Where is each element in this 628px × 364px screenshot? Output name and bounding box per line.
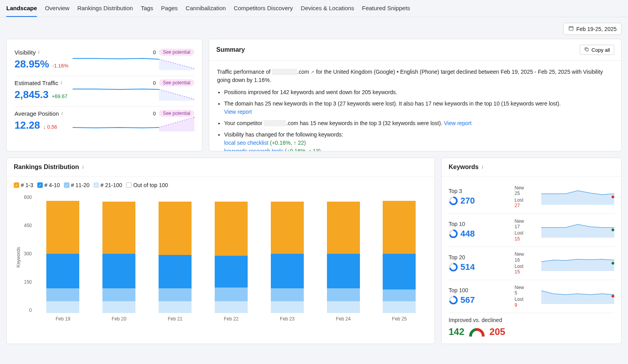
rankings-chart: Keywords 6004503001500 Feb 19Feb 20Feb 2… [7, 191, 434, 324]
tab-landscape[interactable]: Landscape [6, 0, 37, 17]
bar[interactable] [102, 202, 135, 313]
date-range-picker[interactable]: Feb 19-25, 2025 [563, 23, 622, 35]
summary-bullet: The domain has 25 new keywords in the to… [224, 100, 613, 116]
tab-overview[interactable]: Overview [45, 0, 69, 17]
bar[interactable] [215, 202, 248, 313]
legend-11-20[interactable]: ✓# 11-20 [64, 182, 89, 188]
redacted-domain: xxxxxxxx [272, 69, 297, 75]
bar[interactable] [159, 202, 192, 313]
position-sparkline [73, 116, 194, 131]
kw-count: 270 [460, 196, 475, 206]
calendar-icon [568, 25, 574, 32]
info-icon[interactable]: i [38, 49, 40, 55]
metric-value: 2,845.3 [15, 89, 49, 101]
kw-count: 448 [460, 229, 475, 239]
info-icon[interactable]: i [61, 110, 63, 116]
metric-label: Visibility [15, 49, 36, 56]
info-icon[interactable]: i [60, 80, 62, 86]
kw-new-lost: New25 Lost27 [515, 185, 538, 209]
keyword-row[interactable]: Top 100 567 New5 Lost9 [449, 280, 614, 313]
tab-pages[interactable]: Pages [161, 0, 178, 17]
tab-snippets[interactable]: Featured Snippets [362, 0, 410, 17]
summary-title: Summary [216, 46, 245, 53]
metric-label: Estimated Traffic [15, 80, 58, 86]
y-axis: 6004503001500 [16, 195, 32, 313]
kw-title: Top 100 [449, 287, 511, 293]
kw-sparkline [541, 189, 614, 205]
date-range-text: Feb 19-25, 2025 [576, 26, 617, 32]
summary-body[interactable]: Traffic performance of xxxxxxxx.com ↗ fo… [209, 61, 621, 151]
visibility-sparkline [73, 55, 194, 70]
x-axis: Feb 19Feb 20Feb 21Feb 22Feb 23Feb 24Feb … [35, 316, 427, 322]
improved-vs-declined: Improved vs. declined 142 205 [449, 313, 614, 337]
kw-title: Top 20 [449, 254, 511, 260]
summary-bullet: Positions improved for 142 keywords and … [224, 88, 613, 96]
chart-legend: ✓# 1-3 ✓# 4-10 ✓# 11-20 ✓# 21-100 Out of… [7, 177, 434, 191]
svg-rect-2 [586, 48, 588, 51]
keyword-row[interactable]: Top 3 270 New25 Lost27 [449, 180, 614, 214]
metric-delta: -1.16% [52, 63, 68, 69]
bar[interactable] [271, 202, 304, 313]
donut-icon [449, 229, 458, 238]
bar[interactable] [46, 201, 79, 313]
kw-title: Top 10 [449, 221, 511, 227]
copy-icon [584, 47, 589, 53]
keyword-row[interactable]: Top 10 448 New17 Lost15 [449, 214, 614, 247]
tab-cannibalization[interactable]: Cannibalization [186, 0, 226, 17]
keywords-title: Keywords [449, 164, 478, 171]
legend-out[interactable]: Out of top 100 [126, 182, 168, 188]
rankings-distribution-card: Rankings Distribution i ✓# 1-3 ✓# 4-10 ✓… [6, 158, 435, 344]
kw-new-lost: New16 Lost15 [515, 251, 538, 275]
tab-devices[interactable]: Devices & Locations [301, 0, 354, 17]
improved-count: 142 [449, 326, 464, 337]
imp-title: Improved vs. declined [449, 317, 614, 323]
metric-visibility: Visibility i 0 See potential 28.95% -1.1… [15, 46, 194, 76]
declined-count: 205 [489, 326, 505, 337]
bar[interactable] [383, 201, 416, 313]
info-icon[interactable]: i [82, 164, 84, 170]
view-report-link[interactable]: View report [224, 109, 252, 115]
rankings-title: Rankings Distribution [14, 164, 79, 171]
tab-tags[interactable]: Tags [141, 0, 153, 17]
keyword-link[interactable]: keywords research tools [224, 148, 283, 151]
keyword-link[interactable]: local seo checklist [224, 140, 268, 146]
tab-competitors[interactable]: Competitors Discovery [234, 0, 293, 17]
svg-rect-0 [569, 27, 573, 30]
donut-icon [449, 196, 458, 206]
nav-tabs: Landscape Overview Rankings Distribution… [0, 0, 628, 17]
traffic-sparkline [73, 85, 194, 101]
metric-value: 12.28 [15, 119, 40, 131]
summary-bullet: Visibility has changed for the following… [224, 131, 613, 151]
metric-delta: ↓ 0.56 [43, 124, 57, 130]
kw-new-lost: New17 Lost15 [515, 218, 538, 242]
kw-sparkline [541, 288, 614, 304]
legend-1-3[interactable]: ✓# 1-3 [14, 182, 33, 188]
copy-all-button[interactable]: Copy all [580, 45, 614, 55]
external-link-icon[interactable]: ↗ [310, 69, 314, 76]
legend-4-10[interactable]: ✓# 4-10 [37, 182, 60, 188]
tab-rankings-distribution[interactable]: Rankings Distribution [77, 0, 133, 17]
metric-delta: +69.67 [52, 93, 68, 99]
gauge-icon [469, 327, 485, 337]
redacted-competitor: xxxxxxx [264, 120, 286, 126]
kw-sparkline [541, 255, 614, 271]
legend-21-100[interactable]: ✓# 21-100 [93, 182, 122, 188]
kw-new-lost: New5 Lost9 [515, 285, 538, 308]
summary-bullet: Your competitor xxxxxxx.com has 15 new k… [224, 119, 613, 127]
kw-count: 514 [460, 262, 475, 272]
kw-sparkline [541, 222, 614, 238]
keyword-row[interactable]: Top 20 514 New16 Lost15 [449, 247, 614, 280]
bar-plot [35, 195, 427, 313]
summary-card: Summary Copy all Traffic performance of … [209, 39, 622, 151]
donut-icon [449, 295, 458, 305]
info-icon[interactable]: i [482, 164, 483, 170]
kw-count: 567 [460, 295, 475, 305]
metric-value: 28.95% [15, 58, 49, 70]
kw-title: Top 3 [449, 188, 511, 194]
donut-icon [449, 262, 458, 272]
metric-traffic: Estimated Traffic i 0 See potential 2,84… [15, 76, 194, 107]
keywords-card: Keywords i Top 3 270 New25 Lost27 [441, 158, 622, 344]
view-report-link[interactable]: View report [444, 120, 472, 126]
bar[interactable] [327, 202, 360, 313]
metric-position: Average Position i 0 See potential 12.28… [15, 107, 194, 133]
